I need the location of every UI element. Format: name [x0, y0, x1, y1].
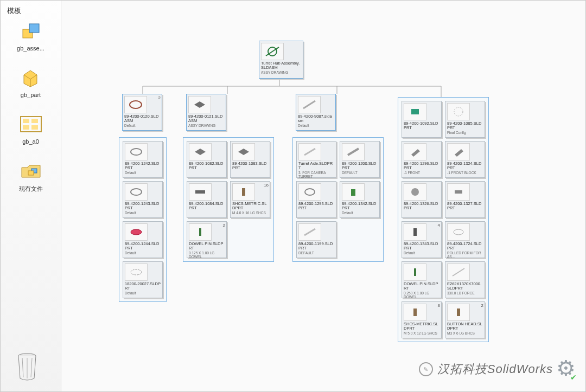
template-existing-files[interactable]: 现有文件	[4, 159, 58, 193]
part-thumb	[404, 264, 426, 281]
svg-rect-33	[351, 189, 355, 196]
children-group-4: 89-4200-1092.SLDPRT 89-4200-1085.SLDPRTF…	[398, 97, 489, 342]
node-title: 89-4200-1085.SLDPRT	[447, 121, 483, 130]
part-node[interactable]: 89-4200-1324.SLDPRT-1 FRONT BLOCK	[445, 141, 485, 178]
part-node[interactable]: 89-4200-1084.SLDPRT	[187, 181, 227, 218]
node-title: 89-4200-1092.SLDPRT	[404, 121, 440, 130]
node-subtitle: Final Config	[447, 131, 483, 134]
node-title: 89-4200-0120.SLDASM	[124, 114, 160, 123]
node-title: 89-4200-1724.SLDPRT	[447, 242, 483, 250]
part-node[interactable]: E262X1370X7000.SLDPRT330.0 LB FORCE	[445, 261, 485, 298]
node-subtitle: DEFAULT	[298, 251, 334, 255]
part-thumb	[447, 223, 470, 241]
svg-rect-41	[414, 268, 416, 276]
node-title: 89-4200-1343.SLDPRT	[404, 242, 440, 250]
node-title: 89-4200-9087.sldasm	[298, 114, 334, 123]
node-title: SHCS-METRIC.SLDPRT	[232, 202, 268, 210]
root-node[interactable]: Turret Hub Assembly.SLDASM ASSY DRAWING	[259, 41, 303, 79]
part-node[interactable]: Turret Axle.SLDPRT3. FOR CAMERA TURRET	[296, 141, 336, 178]
part-thumb	[342, 143, 365, 160]
part-thumb	[125, 183, 148, 201]
svg-rect-43	[413, 309, 417, 316]
branch-node[interactable]: 89-4200-0121.SLDASM ASSY DRAWING	[186, 94, 226, 131]
svg-point-24	[131, 189, 142, 195]
part-node[interactable]: 89-4200-1296.SLDPRT-1 FRONT	[402, 141, 442, 178]
part-node[interactable]: 89-4200-1082.SLDPRT	[187, 141, 227, 178]
part-thumb	[404, 223, 426, 241]
svg-rect-5	[23, 125, 29, 130]
part-thumb	[232, 183, 255, 201]
node-title: 89-4200-1293.SLDPRT	[298, 202, 334, 210]
part-node[interactable]: 89-4200-1092.SLDPRT	[402, 101, 442, 138]
children-group-2: 89-4200-1082.SLDPRT 89-4200-1083.SLDPRT …	[183, 137, 274, 262]
part-node[interactable]: DOWEL PIN.SLDPRT0.250 X 1.00 LG DOWEL	[402, 261, 442, 298]
templates-sidebar: 模板 gb_asse... gb_part gb_a0 现有文件	[1, 1, 61, 392]
part-node[interactable]: 18200-20027.SLDPRTDefault	[123, 261, 163, 298]
part-thumb	[447, 183, 470, 201]
svg-point-32	[305, 189, 315, 195]
template-label: gb_a0	[22, 138, 39, 145]
svg-rect-44	[457, 309, 460, 316]
node-count: 4	[438, 223, 440, 228]
node-subtitle: Default	[125, 291, 161, 295]
node-subtitle: Default	[298, 124, 334, 127]
part-thumb	[125, 143, 148, 160]
part-node[interactable]: 89-4200-1724.SLDPRTROLLED FORM FOR AS...	[445, 221, 485, 258]
part-node[interactable]: 89-4200-1242.SLDPRTDefault	[123, 141, 163, 178]
wechat-icon: ✎	[419, 362, 433, 376]
part-thumb	[447, 103, 470, 120]
node-title: 89-4200-1244.SLDPRT	[125, 242, 161, 250]
part-node[interactable]: 89-4200-1085.SLDPRTFinal Config	[445, 101, 485, 138]
svg-line-42	[453, 268, 464, 276]
node-subtitle: ASSY DRAWING	[261, 70, 301, 74]
part-node[interactable]: 489-4200-1343.SLDPRTDefault	[402, 221, 442, 258]
node-count: 2	[223, 223, 225, 228]
svg-rect-3	[23, 119, 29, 123]
node-subtitle: Default	[124, 124, 160, 127]
part-node[interactable]: 89-4200-1327.SLDPRT	[445, 181, 485, 218]
node-subtitle: M 5.0 X 12 LG SHCS	[404, 331, 440, 335]
treehouse-canvas[interactable]: Turret Hub Assembly.SLDASM ASSY DRAWING …	[61, 1, 585, 391]
part-thumb	[189, 183, 212, 201]
node-subtitle: -1 FRONT BLOCK	[447, 171, 483, 175]
part-node[interactable]: 16SHCS-METRIC.SLDPRTM 4.0 X 16 LG SHCS	[230, 181, 270, 218]
node-title: 89-4200-1327.SLDPRT	[447, 202, 483, 210]
sidebar-title: 模板	[7, 6, 58, 16]
part-thumb	[189, 223, 212, 241]
part-node[interactable]: 8SHCS-METRIC.SLDPRTM 5.0 X 12 LG SHCS	[402, 301, 442, 338]
node-subtitle: 3. FOR CAMERA TURRET	[298, 171, 334, 178]
node-subtitle: Default	[125, 211, 161, 215]
trash-icon[interactable]	[15, 351, 40, 383]
part-node[interactable]: 89-4200-1342.SLDPRTDefault	[340, 181, 380, 218]
part-node[interactable]: 2BUTTON HEAD.SLDPRTM3 X 6 LG BHCS	[445, 301, 485, 338]
branch-node[interactable]: 2 89-4200-0120.SLDASM Default	[122, 94, 162, 131]
template-gb-a0[interactable]: gb_a0	[4, 112, 58, 145]
part-icon	[16, 66, 46, 89]
part-thumb	[298, 183, 321, 201]
node-subtitle: Default	[125, 251, 161, 255]
part-node[interactable]: 89-4200-1200.SLDPRTDEFAULT	[340, 141, 380, 178]
part-node[interactable]: 89-4200-1083.SLDPRT	[230, 141, 270, 178]
svg-point-26	[131, 269, 142, 275]
part-node[interactable]: 89-4200-1326.SLDPRT	[402, 181, 442, 218]
part-node[interactable]: 89-4200-1244.SLDPRTDefault	[123, 221, 163, 258]
template-label: 现有文件	[19, 185, 43, 193]
template-gb-part[interactable]: gb_part	[4, 66, 58, 98]
node-title: DOWEL PIN.SLDPRT	[404, 282, 440, 291]
part-thumb	[404, 304, 426, 321]
node-title: 89-4200-1296.SLDPRT	[404, 162, 440, 170]
part-node[interactable]: 89-4200-1243.SLDPRTDefault	[123, 181, 163, 218]
part-node[interactable]: 89-4200-1293.SLDPRT	[296, 181, 336, 218]
node-title: 89-4200-1326.SLDPRT	[404, 202, 440, 210]
template-gb-assembly[interactable]: gb_asse...	[4, 19, 58, 52]
part-thumb	[298, 96, 321, 113]
assembly-icon	[16, 19, 46, 43]
node-title: 89-4200-1242.SLDPRT	[125, 162, 161, 170]
part-node[interactable]: 2DOWEL PIN.SLDPRT0.125 X 1.00 LG DOWEL	[187, 221, 227, 258]
node-subtitle: Default	[125, 171, 161, 175]
branch-node[interactable]: 89-4200-9087.sldasm Default	[296, 94, 336, 131]
part-thumb	[447, 264, 470, 281]
svg-rect-6	[31, 125, 38, 130]
node-title: Turret Axle.SLDPRT	[298, 162, 334, 170]
part-node[interactable]: 89-4200-1199.SLDPRTDEFAULT	[296, 221, 336, 258]
